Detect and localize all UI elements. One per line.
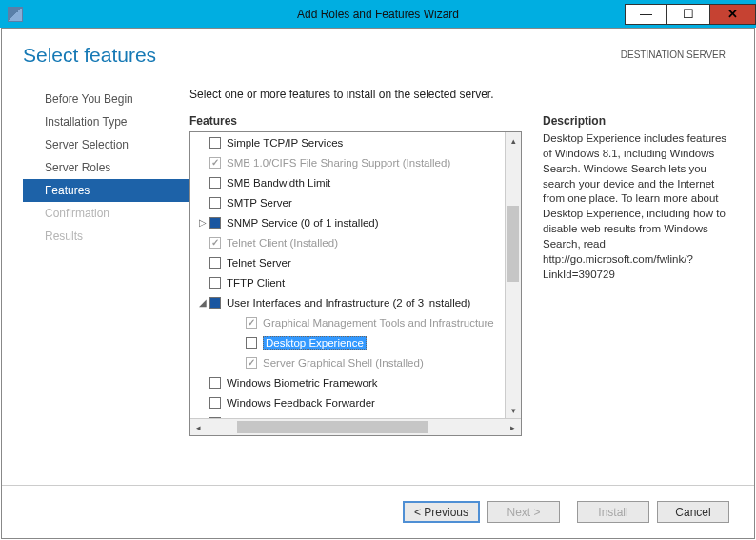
feature-row[interactable]: Simple TCP/IP Services	[190, 132, 505, 152]
feature-label: Windows Feedback Forwarder	[227, 397, 375, 409]
feature-checkbox[interactable]	[209, 257, 221, 269]
feature-row[interactable]: Windows Biometric Framework	[190, 372, 505, 392]
feature-row[interactable]: Windows Feedback Forwarder	[190, 392, 505, 412]
feature-checkbox	[209, 157, 221, 169]
features-label: Features	[189, 114, 522, 128]
feature-checkbox[interactable]	[209, 377, 221, 389]
nav-item-confirmation: Confirmation	[23, 202, 189, 225]
page-title: Select features	[23, 44, 156, 67]
scroll-right-icon[interactable]: ▸	[505, 419, 521, 435]
wizard-footer: < Previous Next > Install Cancel	[2, 485, 754, 538]
feature-checkbox[interactable]	[209, 397, 221, 409]
nav-item-before-you-begin[interactable]: Before You Begin	[23, 88, 189, 110]
window-icon	[8, 7, 23, 22]
feature-row[interactable]: Desktop Experience	[190, 332, 505, 352]
expander-icon[interactable]: ▷	[196, 217, 209, 228]
nav-item-server-selection[interactable]: Server Selection	[23, 133, 189, 156]
vertical-scrollbar[interactable]: ▴ ▾	[505, 132, 521, 418]
feature-checkbox[interactable]	[209, 177, 221, 189]
hscroll-thumb[interactable]	[237, 421, 428, 433]
scroll-thumb[interactable]	[507, 206, 519, 282]
feature-row[interactable]: SMB 1.0/CIFS File Sharing Support (Insta…	[190, 152, 505, 172]
scroll-left-icon[interactable]: ◂	[190, 419, 207, 435]
next-button[interactable]: Next >	[487, 501, 560, 523]
feature-row[interactable]: SMTP Server	[190, 192, 505, 212]
feature-label: Graphical Management Tools and Infrastru…	[263, 317, 494, 329]
feature-checkbox	[209, 237, 221, 249]
feature-checkbox[interactable]	[209, 197, 221, 209]
scroll-up-icon[interactable]: ▴	[506, 132, 521, 149]
feature-row[interactable]: Server Graphical Shell (Installed)	[190, 352, 505, 372]
feature-row[interactable]: TFTP Client	[190, 272, 505, 292]
features-listbox[interactable]: Simple TCP/IP ServicesSMB 1.0/CIFS File …	[189, 131, 522, 436]
description-label: Description	[543, 114, 733, 128]
feature-label: Telnet Client (Installed)	[227, 237, 338, 249]
scroll-down-icon[interactable]: ▾	[506, 402, 521, 418]
feature-label: Telnet Server	[227, 257, 291, 269]
nav-item-features[interactable]: Features	[23, 179, 189, 202]
feature-checkbox[interactable]	[209, 217, 221, 229]
close-button[interactable]: ✕	[710, 4, 756, 25]
description-text: Desktop Experience includes features of …	[543, 131, 733, 283]
destination-server-label: DESTINATION SERVER	[621, 44, 726, 60]
horizontal-scrollbar[interactable]: ◂ ▸	[190, 418, 521, 435]
nav-item-installation-type[interactable]: Installation Type	[23, 110, 189, 133]
feature-label: SNMP Service (0 of 1 installed)	[227, 217, 379, 229]
install-button[interactable]: Install	[577, 501, 649, 523]
instruction-text: Select one or more features to install o…	[189, 88, 733, 101]
feature-checkbox[interactable]	[209, 277, 221, 289]
feature-label: SMTP Server	[227, 197, 292, 209]
feature-label: SMB Bandwidth Limit	[227, 177, 330, 189]
feature-row[interactable]: SMB Bandwidth Limit	[190, 172, 505, 192]
feature-label: TFTP Client	[227, 277, 285, 289]
feature-checkbox[interactable]	[209, 137, 221, 149]
feature-row[interactable]: Telnet Server	[190, 252, 505, 272]
feature-row[interactable]: Graphical Management Tools and Infrastru…	[190, 312, 505, 332]
feature-checkbox	[246, 317, 257, 329]
wizard-nav: Before You BeginInstallation TypeServer …	[23, 88, 189, 485]
feature-row[interactable]: ▷SNMP Service (0 of 1 installed)	[190, 212, 505, 232]
feature-label: Windows Biometric Framework	[227, 377, 377, 389]
feature-label: User Interfaces and Infrastructure (2 of…	[227, 297, 470, 309]
feature-label: Desktop Experience	[263, 336, 367, 350]
feature-label: Simple TCP/IP Services	[227, 137, 343, 149]
feature-label: Server Graphical Shell (Installed)	[263, 357, 424, 369]
feature-checkbox	[246, 357, 257, 369]
window-title: Add Roles and Features Wizard	[297, 8, 459, 21]
expander-icon[interactable]: ◢	[196, 297, 209, 308]
previous-button[interactable]: < Previous	[403, 501, 480, 523]
feature-checkbox[interactable]	[209, 297, 221, 309]
feature-label: SMB 1.0/CIFS File Sharing Support (Insta…	[227, 157, 450, 169]
feature-checkbox[interactable]	[246, 337, 257, 349]
nav-item-server-roles[interactable]: Server Roles	[23, 156, 189, 179]
maximize-button[interactable]: ☐	[667, 4, 710, 25]
feature-row[interactable]: ◢User Interfaces and Infrastructure (2 o…	[190, 292, 505, 312]
nav-item-results: Results	[23, 225, 189, 248]
titlebar[interactable]: Add Roles and Features Wizard — ☐ ✕	[0, 0, 756, 28]
feature-row[interactable]: Telnet Client (Installed)	[190, 232, 505, 252]
cancel-button[interactable]: Cancel	[657, 501, 729, 523]
minimize-button[interactable]: —	[625, 4, 667, 25]
